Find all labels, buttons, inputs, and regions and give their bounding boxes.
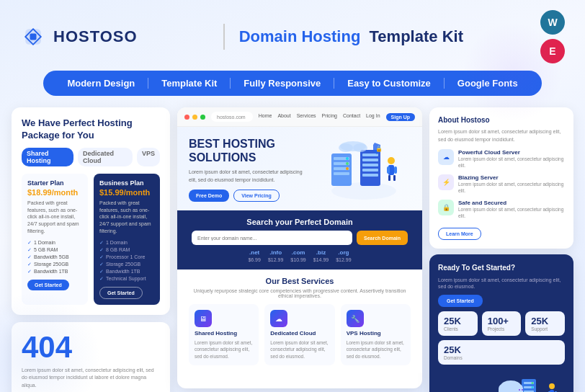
- services-grid: 🖥 Shared Hosting Lorem ipsum dolor sit a…: [189, 304, 411, 365]
- ext-info-price: $12.99: [268, 257, 283, 262]
- stat-support-label: Support: [531, 326, 559, 331]
- svg-text:🔒: 🔒: [375, 145, 383, 152]
- ext-net-name: .net: [249, 249, 259, 256]
- stat-support: 25K Support: [525, 311, 565, 336]
- feature-safe-secured: 🔒 Safe and Secured Lorem ipsum dolor sit…: [438, 200, 565, 219]
- learn-more-button[interactable]: Learn More: [438, 228, 481, 240]
- services-section: Our Best Services Uniquely repurpose str…: [177, 270, 422, 372]
- starter-plan: Starter Plan $18.99/month Packed with gr…: [22, 174, 88, 305]
- nav-signup-button[interactable]: Sign Up: [386, 113, 415, 121]
- business-feature-2: 8 GB RAM: [99, 246, 154, 254]
- feature-blazing-server: ⚡ Blazing Server Lorem ipsum dolor sit a…: [438, 174, 565, 194]
- nav-link-home[interactable]: Home: [259, 113, 272, 121]
- dedicated-cloud-name: Dedicated Cloud: [270, 330, 316, 337]
- business-feature-1: 1 Domain: [99, 239, 154, 246]
- plans-row: Starter Plan $18.99/month Packed with gr…: [22, 174, 160, 305]
- svg-point-40: [549, 383, 555, 389]
- error-description: Lorem ipsum dolor sit amet, consectetur …: [22, 367, 160, 390]
- hosting-card-title: We Have Perfect Hosting Package for You: [22, 117, 160, 142]
- cloud-server-svg: [493, 372, 565, 392]
- ext-info: .info $12.99: [268, 249, 283, 262]
- ext-com: .com $10.99: [290, 249, 305, 262]
- nav-link-about[interactable]: About: [277, 113, 290, 121]
- business-plan-desc: Packed with great features, such as one-…: [99, 200, 154, 235]
- business-feature-6: Technical Support: [99, 275, 154, 282]
- domain-extensions: .net $6.99 .info $12.99 .com $10.99: [248, 249, 351, 262]
- nav-link-services[interactable]: Services: [297, 113, 316, 121]
- hero-buttons: Free Demo View Pricing: [189, 190, 310, 202]
- plan-tabs: Shared Hosting Dedicated Cloud VPS: [22, 148, 160, 166]
- ext-biz: .biz $14.99: [313, 249, 329, 262]
- starter-get-started-button[interactable]: Get Started: [27, 280, 69, 290]
- left-panel: We Have Perfect Hosting Package for You …: [12, 107, 170, 388]
- feature-customize: Easy to Customize: [334, 78, 445, 89]
- hero-view-pricing-button[interactable]: View Pricing: [233, 190, 280, 202]
- nav-link-pricing[interactable]: Pricing: [322, 113, 337, 121]
- browser-url-bar[interactable]: hostoso.com: [211, 112, 253, 122]
- cloud-server-desc: Lorem ipsum dolor sit amet, consectetur …: [458, 156, 565, 169]
- feature-bar: Modern Design Template Kit Fully Respons…: [43, 71, 542, 96]
- title-part2: Template Kit: [370, 27, 463, 45]
- server-illustration: 🔒: [321, 139, 407, 200]
- svg-point-9: [346, 162, 349, 165]
- browser-mockup: hostoso.com Home About Services Pricing …: [177, 107, 422, 388]
- vps-hosting-icon: 🔧: [347, 310, 364, 327]
- hero-subtitle: Lorem ipsum dolor sit amet, consectetur …: [189, 169, 310, 184]
- shared-hosting-desc: Lorem ipsum dolor sit amet, consectetur …: [195, 339, 253, 359]
- svg-point-34: [532, 386, 534, 388]
- hero-free-demo-button[interactable]: Free Demo: [189, 190, 229, 202]
- domain-search-input[interactable]: [192, 231, 352, 245]
- service-vps-hosting: 🔧 VPS Hosting Lorem ipsum dolor sit amet…: [341, 304, 411, 365]
- services-subtitle: Uniquely repurpose strategic core compet…: [189, 288, 411, 298]
- nav-link-contact[interactable]: Contact: [343, 113, 360, 121]
- stat-projects-label: Projects: [488, 326, 516, 331]
- ready-description: Lorem ipsum dolor sit amet, consectetur …: [438, 277, 565, 291]
- svg-point-25: [353, 143, 367, 152]
- svg-rect-19: [387, 166, 390, 174]
- starter-feature-4: Storage 250GB: [27, 261, 82, 268]
- main-title: Domain Hosting Template Kit: [239, 27, 463, 46]
- shared-hosting-name: Shared Hosting: [195, 330, 237, 337]
- domain-search-button[interactable]: Search Domain: [357, 231, 408, 245]
- hero-section: BEST HOSTINGSOLUTIONS Lorem ipsum dolor …: [177, 127, 422, 210]
- shared-hosting-icon: 🖥: [195, 310, 212, 327]
- safe-secured-name: Safe and Secured: [458, 200, 565, 206]
- nav-link-login[interactable]: Log In: [366, 113, 380, 121]
- svg-point-17: [388, 157, 395, 164]
- title-divider: [223, 24, 225, 50]
- title-area: Domain Hosting Template Kit: [215, 24, 463, 50]
- browser-nav-bar: hostoso.com Home About Services Pricing …: [177, 107, 422, 127]
- svg-rect-15: [362, 169, 378, 172]
- elementor-icon: E: [540, 39, 565, 63]
- safe-secured-desc: Lorem ipsum dolor sit amet, consectetur …: [458, 206, 565, 219]
- logo-text: HOSTOSO: [53, 27, 138, 46]
- about-description: Lorem ipsum dolor sit amet, consectetur …: [438, 128, 565, 143]
- feature-responsive: Fully Responsive: [231, 78, 334, 89]
- cloud-server-name: Powerful Cloud Server: [458, 149, 565, 156]
- tab-shared-hosting[interactable]: Shared Hosting: [22, 148, 73, 166]
- dot-red: [184, 115, 189, 120]
- ext-org: .org $12.99: [336, 249, 351, 262]
- starter-feature-2: 5 GB RAM: [27, 246, 82, 254]
- service-dedicated-cloud: ☁ Dedicated Cloud Lorem ipsum dolor sit …: [264, 304, 334, 365]
- business-plan: Business Plan $15.99/month Packed with g…: [94, 174, 160, 305]
- service-shared-hosting: 🖥 Shared Hosting Lorem ipsum dolor sit a…: [189, 304, 259, 365]
- starter-plan-name: Starter Plan: [27, 179, 82, 187]
- business-feature-4: Storage 250GB: [99, 261, 154, 268]
- ext-org-name: .org: [338, 249, 349, 256]
- vps-hosting-name: VPS Hosting: [347, 330, 381, 337]
- business-plan-price: $15.99/month: [99, 188, 154, 197]
- stat-domains-label: Domains: [444, 355, 559, 360]
- wordpress-icon: W: [540, 10, 565, 35]
- hosting-package-card: We Have Perfect Hosting Package for You …: [12, 107, 170, 315]
- business-plan-name: Business Plan: [99, 179, 154, 187]
- business-get-started-button[interactable]: Get Started: [99, 287, 143, 299]
- ext-biz-price: $14.99: [313, 257, 329, 262]
- tab-dedicated-cloud[interactable]: Dedicated Cloud: [78, 148, 133, 166]
- content-area: We Have Perfect Hosting Package for You …: [0, 107, 585, 388]
- ready-get-started-button[interactable]: Get Started: [438, 295, 483, 307]
- title-part1: Domain Hosting: [239, 27, 361, 45]
- feature-modern-design: Modern Design: [54, 78, 148, 89]
- tab-vps[interactable]: VPS: [137, 148, 160, 166]
- vps-hosting-desc: Lorem ipsum dolor sit amet, consectetur …: [347, 339, 405, 359]
